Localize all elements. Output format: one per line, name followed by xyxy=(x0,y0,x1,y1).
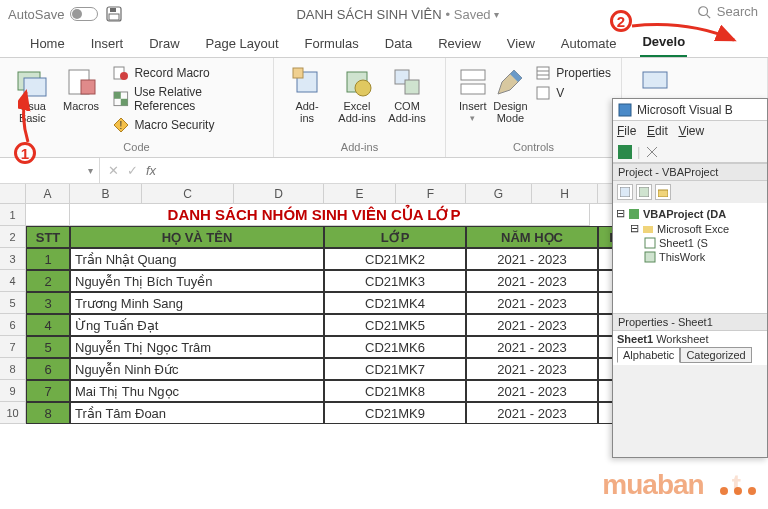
cell-stt[interactable]: 3 xyxy=(26,292,70,314)
cell-lop[interactable]: CD21MK7 xyxy=(324,358,466,380)
cell-stt[interactable]: 5 xyxy=(26,336,70,358)
row-header[interactable]: 7 xyxy=(0,336,26,358)
row-header[interactable]: 10 xyxy=(0,402,26,424)
insert-control-button[interactable]: Insert▾ xyxy=(454,62,492,124)
cell-name[interactable]: Nguyễn Thị Bích Tuyền xyxy=(70,270,324,292)
vbe-window[interactable]: Microsoft Visual B File Edit View | Proj… xyxy=(612,98,768,458)
col-header[interactable]: F xyxy=(396,184,466,204)
design-mode-button[interactable]: Design Mode xyxy=(492,62,530,124)
col-header[interactable]: D xyxy=(234,184,324,204)
row-header[interactable]: 8 xyxy=(0,358,26,380)
name-box[interactable]: ▾ xyxy=(0,158,100,183)
cell-lop[interactable]: CD21MK4 xyxy=(324,292,466,314)
vbe-folder-icon[interactable] xyxy=(655,184,671,200)
col-header[interactable]: G xyxy=(466,184,532,204)
cell-nam[interactable]: 2021 - 2023 xyxy=(466,358,598,380)
cell-stt[interactable]: 2 xyxy=(26,270,70,292)
save-icon[interactable] xyxy=(106,6,122,22)
tab-view[interactable]: View xyxy=(505,36,537,57)
cell-nam[interactable]: 2021 - 2023 xyxy=(466,336,598,358)
tab-automate[interactable]: Automate xyxy=(559,36,619,57)
tab-insert[interactable]: Insert xyxy=(89,36,126,57)
vbe-tab-categorized[interactable]: Categorized xyxy=(680,347,751,363)
cell-name[interactable]: Ừng Tuấn Đạt xyxy=(70,314,324,336)
cell-lop[interactable]: CD21MK3 xyxy=(324,270,466,292)
cell-name[interactable]: Trần Nhật Quang xyxy=(70,248,324,270)
cell-nam[interactable]: 2021 - 2023 xyxy=(466,314,598,336)
cell-nam[interactable]: 2021 - 2023 xyxy=(466,248,598,270)
vbe-menu-file[interactable]: File xyxy=(617,124,636,138)
fx-cancel-icon[interactable]: ✕ xyxy=(108,163,119,178)
fx-icon[interactable]: fx xyxy=(146,163,156,178)
com-addins-button[interactable]: COM Add-ins xyxy=(382,62,432,124)
vbe-excel-icon[interactable] xyxy=(617,144,633,160)
cell-nam[interactable]: 2021 - 2023 xyxy=(466,292,598,314)
search-box[interactable]: Search xyxy=(697,4,758,19)
cell-lop[interactable]: CD21MK9 xyxy=(324,402,466,424)
tab-draw[interactable]: Draw xyxy=(147,36,181,57)
row-header[interactable]: 3 xyxy=(0,248,26,270)
vbe-tab-alphabetic[interactable]: Alphabetic xyxy=(617,347,680,363)
col-header[interactable]: E xyxy=(324,184,396,204)
row-header[interactable]: 9 xyxy=(0,380,26,402)
row-header[interactable]: 6 xyxy=(0,314,26,336)
row-header[interactable]: 4 xyxy=(0,270,26,292)
sheet-title[interactable]: DANH SÁCH NHÓM SINH VIÊN CỦA LỚP xyxy=(70,204,558,226)
tab-page-layout[interactable]: Page Layout xyxy=(204,36,281,57)
extra-button[interactable] xyxy=(630,62,680,98)
select-all-corner[interactable] xyxy=(0,184,26,204)
vbe-project-tree[interactable]: ⊟VBAProject (DA ⊟Microsoft Exce Sheet1 (… xyxy=(613,203,767,313)
cell-stt[interactable]: 8 xyxy=(26,402,70,424)
cell-nam[interactable]: 2021 - 2023 xyxy=(466,270,598,292)
cell-name[interactable]: Trần Tâm Đoan xyxy=(70,402,324,424)
tab-data[interactable]: Data xyxy=(383,36,414,57)
row-header[interactable]: 1 xyxy=(0,204,26,226)
tab-formulas[interactable]: Formulas xyxy=(303,36,361,57)
header-lop[interactable]: LỚP xyxy=(324,226,466,248)
cell-nam[interactable]: 2021 - 2023 xyxy=(466,380,598,402)
vbe-properties-pane[interactable]: Sheet1 Worksheet Alphabetic Categorized xyxy=(613,331,767,365)
view-code-button[interactable]: V xyxy=(533,84,613,102)
vbe-view-code-icon[interactable] xyxy=(617,184,633,200)
row-header[interactable]: 5 xyxy=(0,292,26,314)
header-nam[interactable]: NĂM HỌC xyxy=(466,226,598,248)
row-header[interactable]: 2 xyxy=(0,226,26,248)
cell-name[interactable]: Nguyễn Thị Ngọc Trâm xyxy=(70,336,324,358)
cell-nam[interactable]: 2021 - 2023 xyxy=(466,402,598,424)
cell-lop[interactable]: CD21MK2 xyxy=(324,248,466,270)
vbe-cut-icon[interactable] xyxy=(644,144,660,160)
vbe-titlebar[interactable]: Microsoft Visual B xyxy=(613,99,767,121)
cell-stt[interactable]: 4 xyxy=(26,314,70,336)
cell-name[interactable]: Mai Thị Thu Ngọc xyxy=(70,380,324,402)
addins-button[interactable]: Add- ins xyxy=(282,62,332,124)
macro-security-button[interactable]: !Macro Security xyxy=(111,116,265,134)
vbe-menu-edit[interactable]: Edit xyxy=(647,124,668,138)
cell-stt[interactable]: 6 xyxy=(26,358,70,380)
cell-lop[interactable]: CD21MK8 xyxy=(324,380,466,402)
tree-minus-icon[interactable]: ⊟ xyxy=(616,207,625,220)
col-header[interactable]: B xyxy=(70,184,142,204)
col-header[interactable]: H xyxy=(532,184,598,204)
excel-addins-button[interactable]: Excel Add-ins xyxy=(332,62,382,124)
tab-home[interactable]: Home xyxy=(28,36,67,57)
cell-stt[interactable]: 7 xyxy=(26,380,70,402)
macros-button[interactable]: Macros xyxy=(57,62,106,134)
vbe-view-object-icon[interactable] xyxy=(636,184,652,200)
header-stt[interactable]: STT xyxy=(26,226,70,248)
autosave-toggle[interactable] xyxy=(70,7,98,21)
relative-ref-button[interactable]: Use Relative References xyxy=(111,84,265,114)
fx-enter-icon[interactable]: ✓ xyxy=(127,163,138,178)
properties-button[interactable]: Properties xyxy=(533,64,613,82)
cell-lop[interactable]: CD21MK5 xyxy=(324,314,466,336)
record-macro-button[interactable]: Record Macro xyxy=(111,64,265,82)
tab-review[interactable]: Review xyxy=(436,36,483,57)
vbe-menu-view[interactable]: View xyxy=(678,124,704,138)
tree-minus-icon[interactable]: ⊟ xyxy=(630,222,639,235)
col-header[interactable]: C xyxy=(142,184,234,204)
header-name[interactable]: HỌ VÀ TÊN xyxy=(70,226,324,248)
title-caret-icon[interactable]: ▾ xyxy=(494,9,499,20)
col-header[interactable]: A xyxy=(26,184,70,204)
cell-lop[interactable]: CD21MK6 xyxy=(324,336,466,358)
cell-name[interactable]: Trương Minh Sang xyxy=(70,292,324,314)
cell-name[interactable]: Nguyễn Ninh Đức xyxy=(70,358,324,380)
